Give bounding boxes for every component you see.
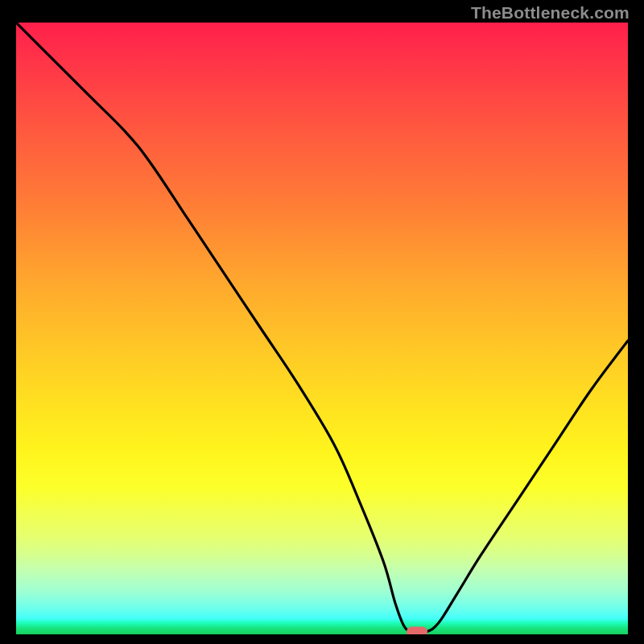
bottleneck-curve [16, 23, 628, 634]
chart-frame: TheBottleneck.com [0, 0, 644, 644]
optimal-point-marker [407, 627, 427, 634]
watermark-text: TheBottleneck.com [471, 3, 630, 23]
plot-area [16, 23, 628, 634]
